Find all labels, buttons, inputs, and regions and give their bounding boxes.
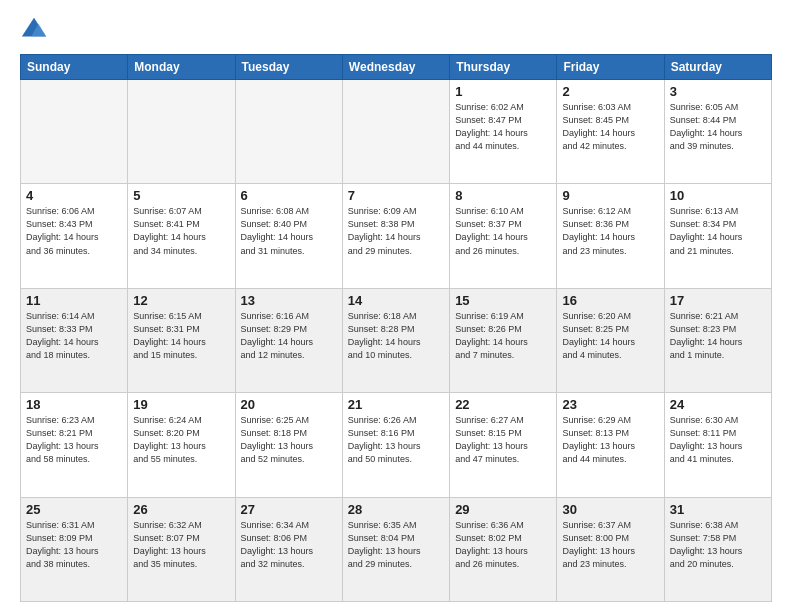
day-number: 3 bbox=[670, 84, 766, 99]
calendar-cell: 5Sunrise: 6:07 AM Sunset: 8:41 PM Daylig… bbox=[128, 184, 235, 288]
day-info: Sunrise: 6:19 AM Sunset: 8:26 PM Dayligh… bbox=[455, 310, 551, 362]
calendar-cell: 8Sunrise: 6:10 AM Sunset: 8:37 PM Daylig… bbox=[450, 184, 557, 288]
calendar-cell: 24Sunrise: 6:30 AM Sunset: 8:11 PM Dayli… bbox=[664, 393, 771, 497]
day-number: 20 bbox=[241, 397, 337, 412]
day-info: Sunrise: 6:05 AM Sunset: 8:44 PM Dayligh… bbox=[670, 101, 766, 153]
day-number: 17 bbox=[670, 293, 766, 308]
calendar-day-header: Tuesday bbox=[235, 55, 342, 80]
day-number: 29 bbox=[455, 502, 551, 517]
day-info: Sunrise: 6:09 AM Sunset: 8:38 PM Dayligh… bbox=[348, 205, 444, 257]
calendar-cell: 10Sunrise: 6:13 AM Sunset: 8:34 PM Dayli… bbox=[664, 184, 771, 288]
calendar-cell: 23Sunrise: 6:29 AM Sunset: 8:13 PM Dayli… bbox=[557, 393, 664, 497]
calendar-week-row: 25Sunrise: 6:31 AM Sunset: 8:09 PM Dayli… bbox=[21, 497, 772, 601]
day-number: 15 bbox=[455, 293, 551, 308]
day-number: 21 bbox=[348, 397, 444, 412]
calendar-cell: 27Sunrise: 6:34 AM Sunset: 8:06 PM Dayli… bbox=[235, 497, 342, 601]
day-number: 18 bbox=[26, 397, 122, 412]
calendar-cell: 28Sunrise: 6:35 AM Sunset: 8:04 PM Dayli… bbox=[342, 497, 449, 601]
day-info: Sunrise: 6:13 AM Sunset: 8:34 PM Dayligh… bbox=[670, 205, 766, 257]
calendar-cell: 1Sunrise: 6:02 AM Sunset: 8:47 PM Daylig… bbox=[450, 80, 557, 184]
logo-icon bbox=[20, 16, 48, 44]
day-number: 14 bbox=[348, 293, 444, 308]
calendar-cell: 4Sunrise: 6:06 AM Sunset: 8:43 PM Daylig… bbox=[21, 184, 128, 288]
calendar-week-row: 1Sunrise: 6:02 AM Sunset: 8:47 PM Daylig… bbox=[21, 80, 772, 184]
day-info: Sunrise: 6:16 AM Sunset: 8:29 PM Dayligh… bbox=[241, 310, 337, 362]
day-number: 27 bbox=[241, 502, 337, 517]
day-number: 10 bbox=[670, 188, 766, 203]
calendar-cell: 12Sunrise: 6:15 AM Sunset: 8:31 PM Dayli… bbox=[128, 288, 235, 392]
calendar-day-header: Wednesday bbox=[342, 55, 449, 80]
calendar-cell: 22Sunrise: 6:27 AM Sunset: 8:15 PM Dayli… bbox=[450, 393, 557, 497]
calendar-cell bbox=[128, 80, 235, 184]
calendar-cell: 9Sunrise: 6:12 AM Sunset: 8:36 PM Daylig… bbox=[557, 184, 664, 288]
day-info: Sunrise: 6:29 AM Sunset: 8:13 PM Dayligh… bbox=[562, 414, 658, 466]
day-number: 22 bbox=[455, 397, 551, 412]
day-info: Sunrise: 6:38 AM Sunset: 7:58 PM Dayligh… bbox=[670, 519, 766, 571]
day-info: Sunrise: 6:37 AM Sunset: 8:00 PM Dayligh… bbox=[562, 519, 658, 571]
calendar-cell: 17Sunrise: 6:21 AM Sunset: 8:23 PM Dayli… bbox=[664, 288, 771, 392]
calendar-cell: 16Sunrise: 6:20 AM Sunset: 8:25 PM Dayli… bbox=[557, 288, 664, 392]
day-number: 7 bbox=[348, 188, 444, 203]
calendar-day-header: Saturday bbox=[664, 55, 771, 80]
day-number: 28 bbox=[348, 502, 444, 517]
day-info: Sunrise: 6:26 AM Sunset: 8:16 PM Dayligh… bbox=[348, 414, 444, 466]
day-number: 31 bbox=[670, 502, 766, 517]
calendar-cell: 2Sunrise: 6:03 AM Sunset: 8:45 PM Daylig… bbox=[557, 80, 664, 184]
day-info: Sunrise: 6:35 AM Sunset: 8:04 PM Dayligh… bbox=[348, 519, 444, 571]
day-info: Sunrise: 6:15 AM Sunset: 8:31 PM Dayligh… bbox=[133, 310, 229, 362]
day-info: Sunrise: 6:03 AM Sunset: 8:45 PM Dayligh… bbox=[562, 101, 658, 153]
day-info: Sunrise: 6:08 AM Sunset: 8:40 PM Dayligh… bbox=[241, 205, 337, 257]
day-number: 12 bbox=[133, 293, 229, 308]
day-info: Sunrise: 6:34 AM Sunset: 8:06 PM Dayligh… bbox=[241, 519, 337, 571]
day-info: Sunrise: 6:27 AM Sunset: 8:15 PM Dayligh… bbox=[455, 414, 551, 466]
day-number: 23 bbox=[562, 397, 658, 412]
calendar-cell: 11Sunrise: 6:14 AM Sunset: 8:33 PM Dayli… bbox=[21, 288, 128, 392]
calendar-cell: 14Sunrise: 6:18 AM Sunset: 8:28 PM Dayli… bbox=[342, 288, 449, 392]
day-info: Sunrise: 6:21 AM Sunset: 8:23 PM Dayligh… bbox=[670, 310, 766, 362]
day-number: 25 bbox=[26, 502, 122, 517]
day-info: Sunrise: 6:06 AM Sunset: 8:43 PM Dayligh… bbox=[26, 205, 122, 257]
calendar-cell: 29Sunrise: 6:36 AM Sunset: 8:02 PM Dayli… bbox=[450, 497, 557, 601]
calendar-cell: 7Sunrise: 6:09 AM Sunset: 8:38 PM Daylig… bbox=[342, 184, 449, 288]
day-info: Sunrise: 6:12 AM Sunset: 8:36 PM Dayligh… bbox=[562, 205, 658, 257]
day-info: Sunrise: 6:18 AM Sunset: 8:28 PM Dayligh… bbox=[348, 310, 444, 362]
calendar-header-row: SundayMondayTuesdayWednesdayThursdayFrid… bbox=[21, 55, 772, 80]
calendar-table: SundayMondayTuesdayWednesdayThursdayFrid… bbox=[20, 54, 772, 602]
calendar-cell: 15Sunrise: 6:19 AM Sunset: 8:26 PM Dayli… bbox=[450, 288, 557, 392]
day-info: Sunrise: 6:36 AM Sunset: 8:02 PM Dayligh… bbox=[455, 519, 551, 571]
day-info: Sunrise: 6:14 AM Sunset: 8:33 PM Dayligh… bbox=[26, 310, 122, 362]
day-info: Sunrise: 6:30 AM Sunset: 8:11 PM Dayligh… bbox=[670, 414, 766, 466]
calendar-cell: 26Sunrise: 6:32 AM Sunset: 8:07 PM Dayli… bbox=[128, 497, 235, 601]
calendar-cell: 6Sunrise: 6:08 AM Sunset: 8:40 PM Daylig… bbox=[235, 184, 342, 288]
day-number: 30 bbox=[562, 502, 658, 517]
calendar-cell: 31Sunrise: 6:38 AM Sunset: 7:58 PM Dayli… bbox=[664, 497, 771, 601]
day-info: Sunrise: 6:10 AM Sunset: 8:37 PM Dayligh… bbox=[455, 205, 551, 257]
day-info: Sunrise: 6:07 AM Sunset: 8:41 PM Dayligh… bbox=[133, 205, 229, 257]
calendar-cell: 19Sunrise: 6:24 AM Sunset: 8:20 PM Dayli… bbox=[128, 393, 235, 497]
day-info: Sunrise: 6:02 AM Sunset: 8:47 PM Dayligh… bbox=[455, 101, 551, 153]
day-number: 4 bbox=[26, 188, 122, 203]
calendar-day-header: Monday bbox=[128, 55, 235, 80]
calendar-cell bbox=[235, 80, 342, 184]
logo bbox=[20, 16, 52, 44]
calendar-cell: 20Sunrise: 6:25 AM Sunset: 8:18 PM Dayli… bbox=[235, 393, 342, 497]
calendar-cell: 18Sunrise: 6:23 AM Sunset: 8:21 PM Dayli… bbox=[21, 393, 128, 497]
day-number: 5 bbox=[133, 188, 229, 203]
day-number: 26 bbox=[133, 502, 229, 517]
calendar-week-row: 11Sunrise: 6:14 AM Sunset: 8:33 PM Dayli… bbox=[21, 288, 772, 392]
day-info: Sunrise: 6:31 AM Sunset: 8:09 PM Dayligh… bbox=[26, 519, 122, 571]
calendar-cell: 13Sunrise: 6:16 AM Sunset: 8:29 PM Dayli… bbox=[235, 288, 342, 392]
day-number: 19 bbox=[133, 397, 229, 412]
calendar-cell: 30Sunrise: 6:37 AM Sunset: 8:00 PM Dayli… bbox=[557, 497, 664, 601]
calendar-cell: 21Sunrise: 6:26 AM Sunset: 8:16 PM Dayli… bbox=[342, 393, 449, 497]
calendar-day-header: Friday bbox=[557, 55, 664, 80]
day-number: 9 bbox=[562, 188, 658, 203]
day-number: 11 bbox=[26, 293, 122, 308]
calendar-cell bbox=[21, 80, 128, 184]
page: SundayMondayTuesdayWednesdayThursdayFrid… bbox=[0, 0, 792, 612]
day-number: 1 bbox=[455, 84, 551, 99]
calendar-week-row: 18Sunrise: 6:23 AM Sunset: 8:21 PM Dayli… bbox=[21, 393, 772, 497]
day-info: Sunrise: 6:24 AM Sunset: 8:20 PM Dayligh… bbox=[133, 414, 229, 466]
day-number: 8 bbox=[455, 188, 551, 203]
calendar-day-header: Sunday bbox=[21, 55, 128, 80]
